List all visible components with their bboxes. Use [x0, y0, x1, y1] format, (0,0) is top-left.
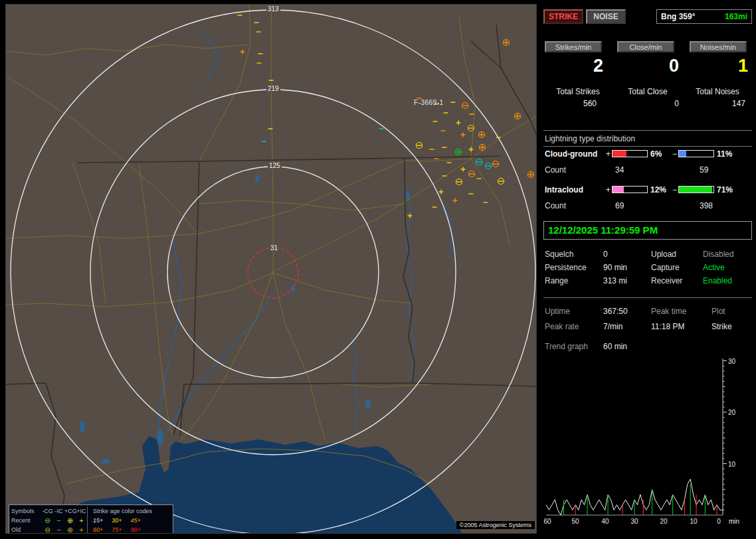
noise-mode-button[interactable]: NOISE [586, 9, 626, 24]
noises-per-min-value: 1 [702, 56, 748, 76]
age-15: 15+ [93, 517, 103, 524]
cg-positive-count: 34 [615, 165, 624, 175]
close-per-min-header[interactable]: Close/min [617, 41, 674, 52]
ic-negative-pct: 71% [717, 185, 733, 194]
minus-sign: − [672, 149, 677, 159]
legend-col-pos-cg: +CG [64, 508, 76, 514]
legend-old-label: Old [11, 526, 42, 533]
divider [543, 297, 752, 298]
rate-values: 2 0 1 [543, 56, 752, 77]
x-tick-0: 0 [717, 518, 721, 525]
total-strikes-value: 560 [550, 99, 597, 108]
upload-label: Upload [651, 250, 676, 259]
range-ring-label-31: 31 [269, 244, 279, 252]
trend-header: Trend graph 60 min [543, 342, 752, 352]
uptime-label: Uptime [545, 307, 570, 316]
cg-positive-pct: 6% [650, 149, 662, 159]
settings-row-1: Squelch 0 Upload Disabled [543, 250, 752, 260]
symbol-plus-icon: + [76, 526, 87, 534]
map-legend: Symbols -CG -IC +CG +IC Strike age color… [9, 504, 173, 534]
total-close-label: Total Close [613, 87, 682, 96]
plus-sign: + [606, 149, 611, 159]
intracloud-label: Intracloud [545, 185, 583, 194]
age-45: 45+ [131, 517, 141, 524]
uptime-value: 367:50 [603, 307, 628, 316]
intracloud-counts: Count 69 398 [543, 201, 752, 211]
total-noises-value: 147 [699, 99, 745, 108]
cg-positive-bar [612, 150, 648, 157]
total-close-value: 0 [632, 99, 679, 108]
legend-col-neg-cg: -CG [42, 508, 53, 514]
peak-time-value: 11:18 PM [651, 322, 684, 331]
trend-graph-label: Trend graph [545, 342, 588, 351]
close-per-min-value: 0 [632, 56, 679, 76]
ic-negative-count: 398 [700, 201, 713, 210]
trend-plot [546, 479, 723, 515]
range-ring-label-125: 125 [268, 162, 282, 169]
symbol-circled-plus-icon: ⊕ [64, 526, 76, 534]
cg-negative-count: 59 [700, 165, 708, 175]
symbol-circled-minus-icon: ⊖ [42, 526, 53, 534]
strikes-per-min-value: 2 [557, 56, 603, 76]
age-75: 75+ [112, 526, 122, 533]
status-row-1: Uptime 367:50 Peak time Plot [543, 307, 752, 317]
capture-status: Active [703, 263, 725, 272]
age-60: 60+ [93, 526, 103, 533]
x-tick-30: 30 [630, 518, 638, 525]
cg-negative-pct: 11% [717, 149, 732, 159]
ic-positive-pct: 12% [650, 185, 666, 194]
x-tick-20: 20 [660, 518, 668, 525]
cloud-ground-row: Cloud-ground + 6% − 11% [543, 149, 752, 159]
capture-label: Capture [651, 263, 680, 272]
divider [543, 130, 752, 131]
x-tick-50: 50 [571, 518, 579, 525]
x-tick-60: 60 [543, 518, 551, 525]
symbol-minus-icon: − [53, 526, 64, 534]
bearing-distance: 163mi [725, 12, 747, 21]
age-30: 30+ [112, 517, 122, 524]
cloud-ground-counts: Count 34 59 [543, 165, 752, 175]
application-window: { "window": { "copyright": "©2005 Astrog… [0, 0, 756, 539]
map-canvas[interactable] [6, 5, 537, 534]
upload-status: Disabled [703, 250, 734, 259]
range-ring-label-313: 313 [266, 5, 280, 13]
total-strikes-label: Total Strikes [543, 87, 613, 96]
ic-positive-bar [612, 186, 648, 193]
settings-row-3: Range 313 mi Receiver Enabled [543, 276, 752, 287]
peak-rate-value: 7/min [603, 322, 622, 331]
plot-label: Plot [711, 307, 725, 316]
storm-track-label: F-3669-1 [414, 99, 444, 106]
x-tick-40: 40 [601, 518, 609, 525]
symbol-minus-icon: − [53, 517, 64, 524]
status-row-2: Peak rate 7/min 11:18 PM Strike [543, 322, 752, 333]
range-label: Range [545, 276, 568, 285]
x-tick-10: 10 [690, 518, 698, 525]
range-ring-label-219: 219 [266, 85, 280, 92]
lightning-map[interactable]: 313 219 125 31 F-3669-1 Symbols -CG -IC … [5, 4, 537, 534]
age-90: 90+ [131, 526, 141, 533]
cg-negative-bar [678, 150, 714, 157]
trend-window-value: 60 min [603, 342, 627, 351]
y-tick-30: 30 [728, 358, 736, 365]
bearing-readout: Bng 359° 163mi [656, 9, 752, 24]
ic-negative-bar [678, 186, 714, 193]
datetime-display: 12/12/2025 11:29:59 PM [543, 221, 752, 240]
settings-row-2: Persistence 90 min Capture Active [543, 263, 752, 273]
noises-per-min-header[interactable]: Noises/min [690, 41, 747, 52]
legend-old-ages: 60+ 75+ 90+ [87, 525, 171, 534]
legend-recent-label: Recent [11, 517, 42, 524]
legend-age-title: Strike age color codes [87, 506, 171, 516]
peak-time-label: Peak time [651, 307, 686, 316]
y-tick-20: 20 [728, 409, 736, 416]
symbol-circled-plus-icon: ⊕ [64, 517, 76, 524]
plot-mode-value: Strike [711, 322, 732, 331]
strikes-per-min-header[interactable]: Strikes/min [545, 41, 602, 52]
squelch-label: Squelch [545, 250, 573, 259]
symbol-circled-minus-icon: ⊖ [42, 517, 53, 524]
total-values: 560 0 147 [543, 99, 752, 110]
rate-headers: Strikes/min Close/min Noises/min [543, 41, 752, 53]
count-label: Count [545, 201, 566, 210]
persistence-label: Persistence [545, 263, 587, 272]
strike-mode-button[interactable]: STRIKE [543, 9, 583, 24]
persistence-value: 90 min [603, 263, 627, 272]
